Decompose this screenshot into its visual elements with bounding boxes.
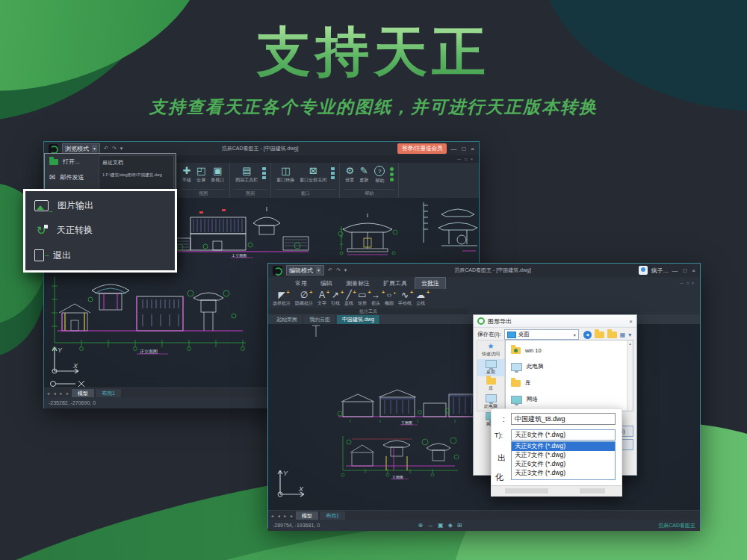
doc-close-button[interactable]: × <box>471 157 473 161</box>
doc-minimize-button[interactable]: — <box>457 157 461 161</box>
tab-model[interactable]: 模型 <box>296 511 318 520</box>
doc-close-button[interactable]: × <box>692 281 694 285</box>
line-button[interactable]: ╱ 直线 <box>344 290 353 308</box>
select-annotation-button[interactable]: ◤ 选择批注 <box>273 290 291 308</box>
save-in-combobox[interactable]: 桌面 ▾ <box>504 329 579 340</box>
zoom-icon[interactable]: ⊕ <box>418 522 423 529</box>
single-viewport-button[interactable]: ▣ 单视口 <box>209 164 226 184</box>
close-button[interactable]: × <box>471 146 474 152</box>
text-button[interactable]: A 文字 <box>317 290 326 308</box>
skin-button[interactable]: ✎ 皮肤 <box>358 164 370 184</box>
up-folder-icon[interactable] <box>595 332 604 338</box>
filetype-combobox[interactable]: 天正8文件 (*.dwg) <box>511 429 616 441</box>
fit-view-icon[interactable]: ▣ <box>438 522 444 529</box>
redo-icon[interactable]: ↷ <box>336 267 341 273</box>
filetype-option-t7[interactable]: 天正7文件 (*.dwg) <box>512 451 615 460</box>
tab-layout1[interactable]: 布局1 <box>96 389 121 397</box>
ellipse-button[interactable]: ○ 椭圆 <box>385 290 394 308</box>
toolbar-expand-icon[interactable]: ▾ <box>344 267 347 273</box>
svg-text:立面图: 立面图 <box>392 475 403 479</box>
page-subtitle: 支持查看天正各个专业的图纸，并可进行天正版本转换 <box>0 96 747 119</box>
settings-button[interactable]: ⚙ 设置 <box>344 164 356 184</box>
doc-restore-button[interactable]: □ <box>465 157 467 161</box>
file-tab-drawing[interactable]: 中国建筑.dwg <box>337 315 380 324</box>
pan-icon[interactable]: ↔ <box>427 522 433 529</box>
sidebar-item-libraries[interactable]: 库 <box>477 377 504 393</box>
freehand-button[interactable]: ∿ 手绘线 <box>398 290 412 308</box>
file-row-libraries[interactable]: 库 <box>511 375 626 391</box>
layer-mini-buttons[interactable] <box>262 167 266 179</box>
file-tab-cloud[interactable]: 我的云图 <box>304 315 336 324</box>
convert-arrows-icon: ↻ <box>34 225 48 237</box>
filetype-option-t3[interactable]: 天正3文件 (*.dwg) <box>512 469 615 478</box>
maximize-button[interactable]: □ <box>462 146 465 152</box>
mode-label: 浏览模式 <box>65 145 89 153</box>
maximize-button[interactable]: □ <box>683 267 686 274</box>
doc-restore-button[interactable]: □ <box>686 281 689 285</box>
mode-selector[interactable]: 浏览模式 ▾ <box>62 143 100 154</box>
redo-icon[interactable]: ↷ <box>112 146 117 152</box>
leader-button[interactable]: ↗ 引线 <box>331 290 340 308</box>
tab-scroll-arrows[interactable]: ◂ ◂ ▸ ▸ <box>47 391 70 396</box>
osnap-icon[interactable]: ◈ <box>448 522 453 529</box>
menu-item-exit[interactable]: 退出 <box>25 249 175 262</box>
new-folder-icon[interactable] <box>607 332 617 338</box>
hide-annotation-button[interactable]: ∅ 隐藏批注 <box>295 290 313 308</box>
window-mini-buttons[interactable] <box>331 167 335 179</box>
arrow-button[interactable]: → 箭头 <box>371 290 380 308</box>
layout-tabs: ◂ ◂ ▸ ▸ 模型 布局1 <box>268 510 700 520</box>
cloud-icon: ☁ <box>416 290 425 300</box>
menu-item-image-output[interactable]: 图片输出 <box>25 199 175 212</box>
dialog-close-button[interactable]: × <box>629 318 633 325</box>
view-menu-caret[interactable]: ▾ <box>628 332 631 338</box>
leader-icon: ↗ <box>332 290 339 300</box>
revision-cloud-button[interactable]: ☁ 云线 <box>416 290 425 308</box>
close-all-windows-button[interactable]: ⊠ 窗口全部关闭 <box>298 164 328 184</box>
desktop-icon <box>507 332 516 338</box>
toolbar-expand-icon[interactable]: ▾ <box>120 146 123 152</box>
tab-model[interactable]: 模型 <box>72 389 94 397</box>
grid-icon[interactable]: ⊞ <box>457 522 462 529</box>
pan-button[interactable]: ✚ 平移 <box>181 164 193 184</box>
filetype-option-t8[interactable]: 天正8文件 (*.dwg) <box>512 442 615 451</box>
social-mini-buttons[interactable] <box>390 167 394 181</box>
recent-document-item[interactable]: 1 F:\建筑\dwg图纸\中国建筑.dwg <box>102 172 170 178</box>
cad-drawing-elevation-long: 1 立面图 <box>170 199 311 259</box>
filetype-option-t6[interactable]: 天正6文件 (*.dwg) <box>512 460 615 469</box>
sidebar-item-desktop[interactable]: 桌面 <box>477 359 504 376</box>
back-button[interactable]: ◀ <box>583 331 592 339</box>
close-button[interactable]: × <box>692 267 695 274</box>
undo-icon[interactable]: ↶ <box>328 267 332 273</box>
scrollbar[interactable]: ▴ <box>627 340 633 411</box>
doc-minimize-button[interactable]: — <box>680 281 684 285</box>
undo-icon[interactable]: ↶ <box>104 146 108 152</box>
file-row-network[interactable]: 网络 <box>511 391 626 408</box>
tab-layout1[interactable]: 布局1 <box>320 511 345 520</box>
minimize-button[interactable]: — <box>450 146 456 152</box>
filename-input[interactable]: 中国建筑_t8.dwg <box>511 413 616 425</box>
rectangle-button[interactable]: ▭ 矩形 <box>358 290 367 308</box>
window-switch-button[interactable]: ◫ 窗口转换 <box>275 164 296 184</box>
image-output-icon <box>34 200 49 211</box>
sidebar-item-quick-access[interactable]: ★ 快速访问 <box>477 342 504 358</box>
file-row-win10[interactable]: win 10 <box>511 342 626 358</box>
mode-label: 编辑模式 <box>289 267 313 275</box>
fullscreen-button[interactable]: ◰ 全屏 <box>195 164 207 184</box>
login-button[interactable]: 登录/注册送会员 <box>397 143 447 154</box>
view-menu-icon[interactable]: ▦ <box>620 332 626 338</box>
mode-selector[interactable]: 编辑模式 ▾ <box>286 265 324 276</box>
select-cursor-icon: ◤ <box>278 290 285 300</box>
tab-cloud-annotation[interactable]: 云批注 <box>415 277 446 289</box>
username[interactable]: 疯子... <box>651 267 669 275</box>
file-row-this-pc[interactable]: 此电脑 <box>511 358 626 375</box>
file-tab-indicator <box>311 324 320 337</box>
minimize-button[interactable]: — <box>672 267 678 274</box>
user-avatar[interactable] <box>639 266 648 275</box>
tab-scroll-arrows[interactable]: ◂ ◂ ▸ ▸ <box>271 513 294 518</box>
layer-toolbar-button[interactable]: ▤ 图层工具栏 <box>234 164 259 184</box>
menu-item-email[interactable]: ✉ 邮件发送 <box>45 169 100 185</box>
menu-item-open[interactable]: 打开... <box>45 154 100 169</box>
file-tab-start[interactable]: 起始页面 <box>271 315 303 324</box>
menu-item-tianzheng-convert[interactable]: ↻ 天正转换 <box>25 224 175 237</box>
help-button[interactable]: ? 帮助 <box>372 164 387 185</box>
